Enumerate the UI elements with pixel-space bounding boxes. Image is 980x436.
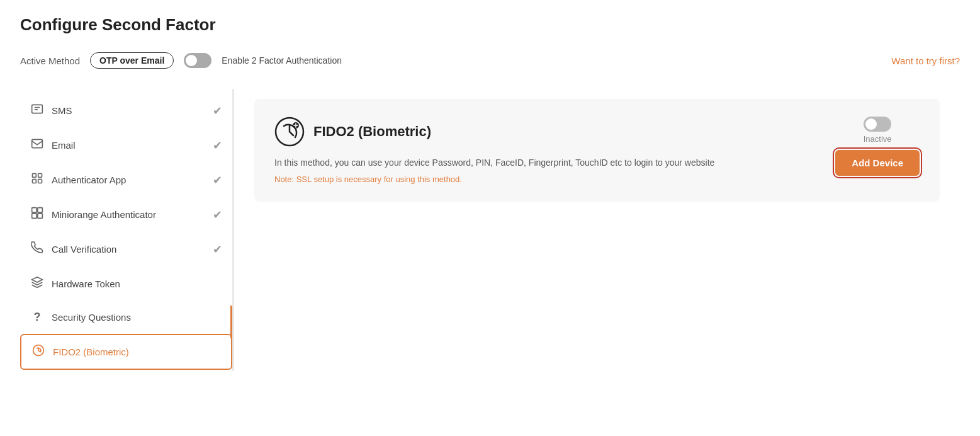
sidebar-item-security-questions-label: Security Questions <box>52 312 131 323</box>
sidebar: SMS ✔ Email ✔ <box>20 89 234 371</box>
sidebar-item-sms[interactable]: SMS ✔ <box>20 94 232 127</box>
active-method-bar: Active Method OTP over Email Enable 2 Fa… <box>20 52 960 69</box>
add-device-button[interactable]: Add Device <box>835 150 920 176</box>
enable-2fa-toggle[interactable] <box>184 53 211 68</box>
inactive-toggle-row: Inactive <box>864 117 892 144</box>
svg-rect-3 <box>38 174 42 178</box>
inactive-toggle[interactable] <box>864 117 891 132</box>
method-card-description: In this method, you can use your device … <box>274 156 820 169</box>
svg-rect-7 <box>38 208 43 213</box>
sidebar-item-sms-label: SMS <box>52 105 72 116</box>
authenticator-app-check-icon: ✔ <box>213 173 222 187</box>
sidebar-item-email[interactable]: Email ✔ <box>20 129 232 162</box>
sidebar-item-miniorange[interactable]: Miniorange Authenticator ✔ <box>20 198 232 231</box>
enable-2fa-label: Enable 2 Factor Authentication <box>222 55 342 66</box>
svg-rect-1 <box>32 139 43 147</box>
sms-icon <box>30 103 44 118</box>
svg-rect-4 <box>33 180 37 183</box>
svg-rect-2 <box>33 174 37 178</box>
miniorange-icon <box>30 207 44 222</box>
fido2-sidebar-icon <box>31 344 45 360</box>
call-verification-icon <box>30 241 44 257</box>
sidebar-item-call-verification-label: Call Verification <box>52 244 116 255</box>
method-card: FIDO2 (Biometric) In this method, you ca… <box>254 99 940 202</box>
sidebar-item-email-label: Email <box>52 140 76 151</box>
sms-check-icon: ✔ <box>213 104 222 118</box>
sidebar-item-call-verification[interactable]: Call Verification ✔ <box>20 232 232 266</box>
want-to-try-link[interactable]: Want to try first? <box>891 55 960 66</box>
sidebar-item-miniorange-label: Miniorange Authenticator <box>52 209 156 220</box>
active-method-badge: OTP over Email <box>90 52 174 69</box>
call-verification-check-icon: ✔ <box>213 243 222 256</box>
sidebar-item-fido2[interactable]: FIDO2 (Biometric) <box>20 334 232 370</box>
svg-rect-6 <box>32 208 37 213</box>
page-title: Configure Second Factor <box>20 15 960 35</box>
svg-rect-9 <box>38 214 43 219</box>
sidebar-item-hardware-token[interactable]: Hardware Token <box>20 267 232 301</box>
email-icon <box>30 137 44 153</box>
miniorange-check-icon: ✔ <box>213 208 222 222</box>
email-check-icon: ✔ <box>213 139 222 152</box>
method-card-note: Note: SSL setup is necessary for using t… <box>274 175 820 184</box>
svg-rect-8 <box>32 214 37 219</box>
method-card-title: FIDO2 (Biometric) <box>313 123 431 140</box>
sidebar-item-authenticator-app[interactable]: Authenticator App ✔ <box>20 163 232 197</box>
sidebar-item-security-questions[interactable]: ? Security Questions <box>20 302 232 333</box>
authenticator-app-icon <box>30 172 44 188</box>
sidebar-item-fido2-label: FIDO2 (Biometric) <box>53 347 129 357</box>
sidebar-item-authenticator-app-label: Authenticator App <box>52 175 126 185</box>
fido2-card-icon <box>274 117 305 147</box>
svg-rect-5 <box>38 180 42 183</box>
main-layout: SMS ✔ Email ✔ <box>20 89 960 371</box>
hardware-token-icon <box>30 276 44 292</box>
security-questions-icon: ? <box>30 311 44 324</box>
active-method-label: Active Method <box>20 55 80 66</box>
active-sidebar-indicator <box>230 306 232 338</box>
sidebar-item-hardware-token-label: Hardware Token <box>52 278 120 289</box>
content-area: FIDO2 (Biometric) In this method, you ca… <box>234 89 960 371</box>
inactive-label: Inactive <box>864 134 892 144</box>
